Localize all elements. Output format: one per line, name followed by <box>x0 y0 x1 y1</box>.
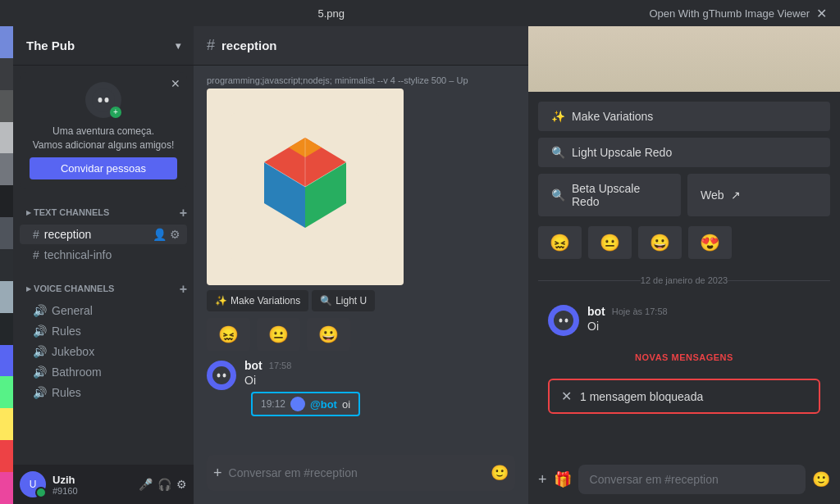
svg-point-13 <box>223 374 226 378</box>
emoji-reactions: 😖 😐 😀 <box>207 315 350 354</box>
chat-messages[interactable]: programming;javascript;nodejs; minimalis… <box>194 66 528 455</box>
rp-emoji-2[interactable]: 😐 <box>588 226 632 259</box>
title-close-button[interactable]: ✕ <box>816 6 827 21</box>
rp-light-upscale-label: Light Upscale Redo <box>572 146 672 159</box>
chat-plus-icon[interactable]: + <box>213 465 222 482</box>
chat-channel-title: reception <box>221 39 277 52</box>
cube-image <box>231 113 379 261</box>
svg-point-16 <box>565 319 568 323</box>
reply-at-mention[interactable]: @bot <box>310 398 337 411</box>
make-variations-button[interactable]: ✨ Make Variations <box>207 290 308 311</box>
channel-settings-icon[interactable]: ⚙ <box>170 228 180 241</box>
text-channels-header[interactable]: ▸ Text Channels + <box>13 202 194 224</box>
channel-item-technical[interactable]: # technical-info <box>20 245 187 265</box>
rp-light-upscale-button[interactable]: 🔍 Light Upscale Redo <box>538 138 830 167</box>
color-swatches <box>0 26 13 504</box>
headphone-icon[interactable]: 🎧 <box>158 478 171 491</box>
voice-channel-rules[interactable]: 🔊 Rules <box>20 321 187 341</box>
voice-channel-name-bathroom: Bathroom <box>52 366 102 379</box>
rp-make-variations-icon: ✨ <box>551 110 565 123</box>
bot-avatar-icon <box>212 366 231 384</box>
swatch-10 <box>0 313 13 345</box>
title-bar: 5.png Open With gThumb Image Viewer ✕ <box>0 0 840 26</box>
emoji-reaction-2[interactable]: 😐 <box>257 318 300 351</box>
user-avatar: U <box>20 471 46 497</box>
channel-mention-icon[interactable]: 👤 <box>153 228 167 241</box>
svg-point-2 <box>105 98 109 102</box>
rp-beta-upscale-button[interactable]: 🔍 Beta Upscale Redo <box>538 174 681 216</box>
server-header[interactable]: The Pub ▾ <box>13 26 194 66</box>
chat-area: # reception programming;javascript;nodej… <box>194 26 528 504</box>
rp-input-area: + 🎁 Conversar em #reception 🙂 <box>528 458 840 504</box>
rp-bot-avatar <box>548 305 579 336</box>
voice-channel-general[interactable]: 🔊 General <box>20 301 187 320</box>
discord-logo-icon <box>92 89 115 111</box>
invite-button[interactable]: Convidar pessoas <box>30 157 177 179</box>
right-panel: ✨ Make Variations 🔍 Light Upscale Redo 🔍… <box>528 26 840 504</box>
channel-name-technical: technical-info <box>44 248 112 261</box>
user-info: Uzih #9160 <box>52 474 132 496</box>
chat-emoji-icon[interactable]: 🙂 <box>491 464 509 482</box>
swatch-12 <box>0 376 13 408</box>
mic-icon[interactable]: 🎤 <box>139 478 153 491</box>
voice-channel-jukebox[interactable]: 🔊 Jukebox <box>20 342 187 361</box>
chat-input-field[interactable] <box>229 466 484 479</box>
emoji-reaction-1[interactable]: 😖 <box>207 318 250 351</box>
image-container <box>207 89 404 285</box>
bot-message: bot 17:58 Oi 19:12 @bot oi <box>194 357 528 420</box>
rp-web-button[interactable]: Web ↗ <box>687 174 830 216</box>
swatch-2 <box>0 58 13 90</box>
notification-close[interactable]: ✕ <box>171 77 180 90</box>
rp-emoji-4[interactable]: 😍 <box>688 226 732 259</box>
settings-icon[interactable]: ⚙ <box>176 478 187 491</box>
voice-icon-general: 🔊 <box>33 304 47 317</box>
voice-channels-section: ▸ Voice Channels + 🔊 General 🔊 Rules 🔊 J… <box>13 272 194 410</box>
notification-avatar <box>85 82 121 118</box>
blocked-message-text: 1 mensagem bloqueada <box>580 390 703 403</box>
text-channels-add[interactable]: + <box>180 206 187 220</box>
channel-item-reception[interactable]: # reception 👤 ⚙ <box>20 225 187 244</box>
rp-emoji-3[interactable]: 😀 <box>638 226 682 259</box>
light-upscale-button[interactable]: 🔍 Light U <box>312 290 375 311</box>
chat-header: # reception <box>194 26 528 66</box>
rp-beta-label: Beta Upscale Redo <box>572 182 668 208</box>
notification-text: Uma aventura começa. Vamos adicionar alg… <box>30 125 177 152</box>
rp-bot-message-content: bot Hoje às 17:58 Oi <box>587 305 668 333</box>
swatch-14 <box>0 440 13 472</box>
swatch-11 <box>0 345 13 377</box>
rp-emoji-1[interactable]: 😖 <box>538 226 582 259</box>
voice-channels-add[interactable]: + <box>180 282 187 297</box>
channel-hash-icon-2: # <box>33 248 39 261</box>
rp-plus-icon[interactable]: + <box>538 471 547 488</box>
voice-channel-name-general: General <box>52 304 93 317</box>
svg-point-12 <box>217 374 221 378</box>
action-buttons: ✨ Make Variations 🔍 Light U 😖 😐 😀 <box>207 290 436 354</box>
open-with-label[interactable]: Open With gThumb Image Viewer <box>649 7 810 20</box>
rp-bot-avatar-icon <box>554 311 573 330</box>
rp-bot-time: Hoje às 17:58 <box>612 306 668 316</box>
chat-input-area: + 🙂 <box>194 455 528 504</box>
rp-bot-name: bot <box>587 305 605 318</box>
voice-channels-header[interactable]: ▸ Voice Channels + <box>13 279 194 300</box>
voice-channel-rules2[interactable]: 🔊 Rules <box>20 383 187 402</box>
user-name: Uzih <box>52 474 132 486</box>
image-message: programming;javascript;nodejs; minimalis… <box>194 72 528 357</box>
rp-emoji-picker-icon[interactable]: 🙂 <box>812 470 830 488</box>
voice-icon-rules: 🔊 <box>33 325 47 338</box>
blocked-close-icon[interactable]: ✕ <box>561 388 572 404</box>
bot-message-text: Oi <box>244 374 515 387</box>
bot-message-time: 17:58 <box>269 361 292 370</box>
user-area: U Uzih #9160 🎤 🎧 ⚙ <box>13 465 194 504</box>
rp-make-variations-button[interactable]: ✨ Make Variations <box>538 102 830 131</box>
swatch-3 <box>0 90 13 122</box>
rp-input-field[interactable]: Conversar em #reception <box>578 465 806 494</box>
rp-make-variations-label: Make Variations <box>572 110 653 123</box>
voice-channel-bathroom[interactable]: 🔊 Bathroom <box>20 362 187 382</box>
rp-web-label: Web <box>701 188 724 202</box>
rp-bot-text: Oi <box>587 320 668 333</box>
bot-message-meta: bot 17:58 <box>244 359 515 372</box>
emoji-reaction-3[interactable]: 😀 <box>307 318 350 351</box>
rp-emoji-reactions: 😖 😐 😀 😍 <box>538 223 830 262</box>
rp-gift-icon[interactable]: 🎁 <box>554 470 572 488</box>
chat-hash-icon: # <box>207 37 215 54</box>
